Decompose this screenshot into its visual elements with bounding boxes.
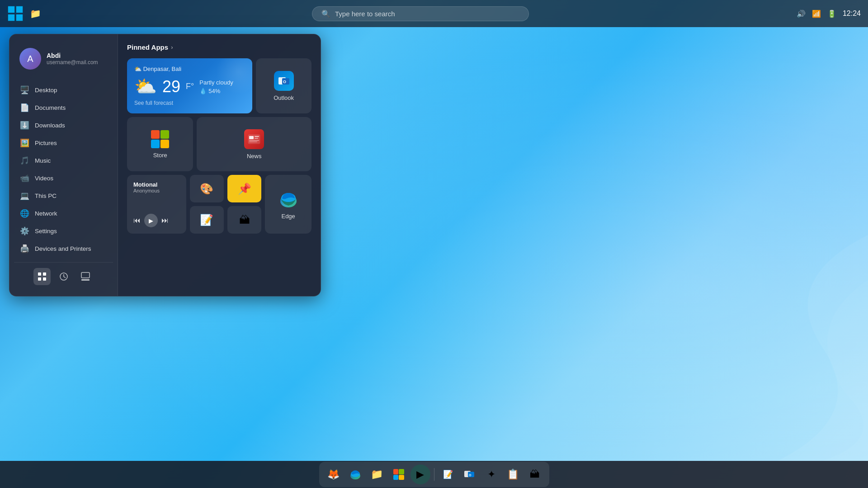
outlook-label: Outlook xyxy=(274,94,294,101)
motional-title: Motional xyxy=(133,181,180,188)
taskbar-photos[interactable]: 🏔 xyxy=(525,465,545,484)
row3: Motional Anonymous ⏮ ▶ ⏭ 🎨 xyxy=(127,175,311,234)
sidebar-item-network[interactable]: 🌐 Network xyxy=(14,205,113,222)
apps-grid: ⛅ Denpasar, Bali ⛅ 29 F° Partly cloudy 💧… xyxy=(127,58,311,234)
small-tiles-col: 🎨 📝 xyxy=(190,175,224,234)
svg-rect-18 xyxy=(249,140,259,141)
pictures-icon: 🖼️ xyxy=(19,138,29,148)
sidebar-label-music: Music xyxy=(35,157,51,164)
sidebar-item-thispc[interactable]: 💻 This PC xyxy=(14,187,113,205)
news-label: News xyxy=(247,153,262,160)
store-tile[interactable]: Store xyxy=(127,117,193,171)
user-profile[interactable]: A Abdi username@mail.com xyxy=(14,43,113,74)
store-label: Store xyxy=(153,152,167,159)
svg-text:O: O xyxy=(283,80,286,84)
row1: ⛅ Denpasar, Bali ⛅ 29 F° Partly cloudy 💧… xyxy=(127,58,311,113)
settings-icon: ⚙️ xyxy=(19,226,29,236)
videos-icon: 📹 xyxy=(19,174,29,183)
taskbar-center: 🦊 📁 xyxy=(319,462,549,487)
main-content: Pinned Apps › ⛅ Denpasar, Bali ⛅ 29 F° xyxy=(118,34,321,296)
topbar-right: 🔊 📶 🔋 12:24 xyxy=(779,9,861,18)
pinned-arrow[interactable]: › xyxy=(171,44,173,51)
windows-logo[interactable] xyxy=(7,5,24,22)
weather-main: ⛅ 29 F° Partly cloudy 💧 54% xyxy=(134,76,245,97)
wifi-icon[interactable]: 📶 xyxy=(812,9,821,18)
weather-tile[interactable]: ⛅ Denpasar, Bali ⛅ 29 F° Partly cloudy 💧… xyxy=(127,58,252,113)
sidebar-item-music[interactable]: 🎵 Music xyxy=(14,152,113,169)
motional-info: Motional Anonymous xyxy=(133,181,180,193)
weather-temp: 29 xyxy=(162,77,180,96)
clock-icon xyxy=(59,272,68,281)
volume-icon[interactable]: 🔊 xyxy=(797,9,806,18)
topbar: 📁 🔍 Type here to search 🔊 📶 🔋 12:24 xyxy=(0,0,868,27)
battery-icon[interactable]: 🔋 xyxy=(827,9,836,18)
taskbar-sticky[interactable]: 📝 xyxy=(438,465,458,484)
taskbar-media[interactable]: ▶ xyxy=(410,465,430,484)
weather-forecast-link[interactable]: See full forecast xyxy=(134,100,245,106)
small-tile-sticky[interactable]: 📌 xyxy=(227,175,261,202)
sidebar-bottom-apps[interactable] xyxy=(33,268,51,285)
weather-unit: F° xyxy=(186,82,194,91)
sidebar-item-settings[interactable]: ⚙️ Settings xyxy=(14,222,113,240)
time-display: 12:24 xyxy=(843,9,861,18)
edge-tile[interactable]: Edge xyxy=(265,175,311,234)
sidebar: A Abdi username@mail.com 🖥️ Desktop 📄 Do… xyxy=(9,34,118,296)
taskbar-outlook[interactable]: O xyxy=(460,465,480,484)
motional-sub: Anonymous xyxy=(133,188,180,193)
weather-location: ⛅ Denpasar, Bali xyxy=(134,66,245,72)
play-button[interactable]: ▶ xyxy=(144,214,158,227)
taskbar-app8[interactable]: ✦ xyxy=(481,465,501,484)
taskbar-edge[interactable] xyxy=(345,465,365,484)
small-tile-photos[interactable]: 🏔 xyxy=(227,206,261,234)
store-icon xyxy=(151,130,169,148)
search-box[interactable]: 🔍 Type here to search xyxy=(312,6,529,21)
sidebar-item-videos[interactable]: 📹 Videos xyxy=(14,169,113,187)
file-manager-icon[interactable]: 📁 xyxy=(28,6,42,21)
background-wave xyxy=(552,235,868,461)
svg-rect-7 xyxy=(43,277,46,281)
taskbar-notepad[interactable]: 📋 xyxy=(503,465,523,484)
sidebar-item-pictures[interactable]: 🖼️ Pictures xyxy=(14,134,113,152)
desktop-icon: 🖥️ xyxy=(19,85,29,95)
svg-rect-10 xyxy=(81,279,90,281)
downloads-icon: ⬇️ xyxy=(19,121,29,130)
weather-icon-big: ⛅ xyxy=(134,76,157,97)
svg-rect-9 xyxy=(81,272,90,278)
start-menu: A Abdi username@mail.com 🖥️ Desktop 📄 Do… xyxy=(9,34,321,296)
taskbar-firefox[interactable]: 🦊 xyxy=(324,465,344,484)
taskbar-files[interactable]: 📁 xyxy=(367,465,387,484)
topbar-left: 📁 xyxy=(7,5,61,22)
sidebar-label-settings: Settings xyxy=(35,228,57,235)
user-email: username@mail.com xyxy=(47,59,98,66)
small-tile-notes[interactable]: 📝 xyxy=(190,206,224,234)
sidebar-bottom-recent[interactable] xyxy=(55,268,72,285)
small-tile-art[interactable]: 🎨 xyxy=(190,175,224,202)
taskbar-divider xyxy=(434,468,434,481)
outlook-tile[interactable]: O Outlook xyxy=(256,58,311,113)
apps-grid-icon xyxy=(38,272,47,281)
humidity-drop-icon: 💧 xyxy=(199,88,207,94)
news-tile[interactable]: News xyxy=(197,117,311,171)
documents-icon: 📄 xyxy=(19,103,29,113)
sidebar-label-downloads: Downloads xyxy=(35,122,65,129)
prev-button[interactable]: ⏮ xyxy=(133,216,141,225)
media-controls: ⏮ ▶ ⏭ xyxy=(133,214,180,227)
sidebar-item-downloads[interactable]: ⬇️ Downloads xyxy=(14,117,113,134)
pinned-header: Pinned Apps › xyxy=(127,43,311,51)
edge-icon xyxy=(278,189,298,209)
news-icon xyxy=(244,129,264,149)
sidebar-item-documents[interactable]: 📄 Documents xyxy=(14,99,113,117)
svg-rect-6 xyxy=(38,277,41,281)
svg-rect-19 xyxy=(249,141,257,142)
network-icon: 🌐 xyxy=(19,209,29,218)
next-button[interactable]: ⏭ xyxy=(161,216,169,225)
taskbar-layout-icon xyxy=(81,272,90,281)
printer-icon: 🖨️ xyxy=(19,244,29,253)
taskbar-store[interactable] xyxy=(389,465,409,484)
sidebar-item-devprinters[interactable]: 🖨️ Devices and Printers xyxy=(14,240,113,258)
sidebar-item-desktop[interactable]: 🖥️ Desktop xyxy=(14,81,113,99)
motional-tile[interactable]: Motional Anonymous ⏮ ▶ ⏭ xyxy=(127,175,186,234)
outlook-icon: O xyxy=(274,71,294,91)
sidebar-label-documents: Documents xyxy=(35,104,66,111)
sidebar-bottom-taskbar[interactable] xyxy=(77,268,94,285)
